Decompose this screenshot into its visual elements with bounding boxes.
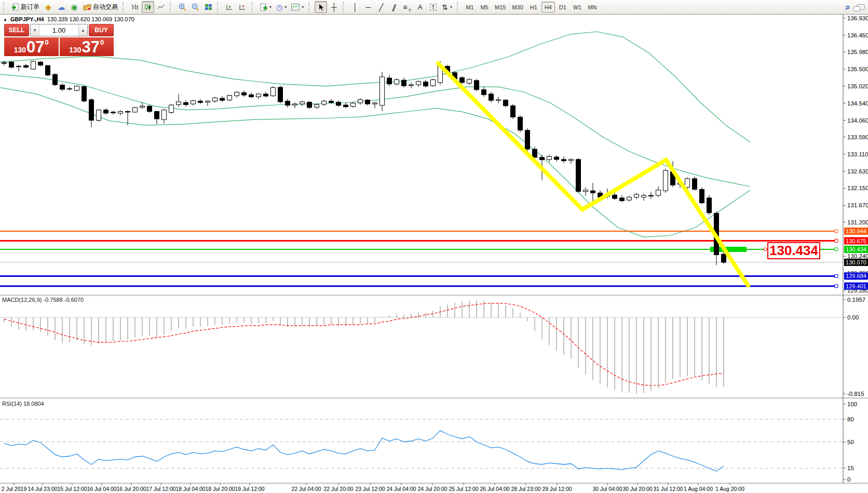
tab-timeframe-m30[interactable]: M30 — [509, 2, 525, 12]
text-tool[interactable]: A — [414, 1, 426, 13]
time-axis-label: 31 Jul 12:00 — [653, 486, 683, 492]
candlestick-chart-button[interactable] — [142, 1, 154, 13]
bollinger-lower-band — [0, 88, 750, 237]
candle-body — [511, 106, 516, 117]
candle-body — [416, 82, 421, 85]
tab-timeframe-w1[interactable]: W1 — [571, 2, 585, 12]
toolbar-grip[interactable] — [123, 2, 126, 12]
trendline-segment-2[interactable] — [582, 160, 666, 210]
horizontal-line-tool[interactable]: ─ — [362, 1, 374, 13]
macd-values: -0.7588 -0.6070 — [43, 297, 84, 303]
toolbar-grip[interactable] — [3, 2, 7, 12]
arrows-tool[interactable]: ⇅ ▾ — [440, 1, 454, 13]
candle-body — [707, 198, 712, 213]
toolbar-grip[interactable] — [343, 2, 346, 12]
macd-indicator-label: MACD(12,26,9) -0.7588 -0.6070 — [2, 297, 84, 303]
chart-canvas[interactable]: 136.930136.450135.980135.500135.020134.5… — [0, 0, 868, 493]
tab-timeframe-h1[interactable]: H1 — [527, 2, 540, 12]
candle-body — [700, 190, 704, 203]
auto-trading-button[interactable]: 自动交易 — [81, 1, 120, 13]
indicators-button[interactable]: ▾ — [257, 1, 274, 13]
data-window-button[interactable]: ☁ — [55, 1, 67, 13]
tab-timeframe-m5[interactable]: M5 — [478, 2, 491, 12]
symbol-title: GBPJPY-,H4 — [10, 16, 44, 22]
price-tick-label: 135.020 — [847, 83, 868, 89]
cursor-icon — [318, 4, 324, 11]
candle-body — [184, 102, 188, 104]
new-order-button[interactable]: 新订单 — [9, 1, 42, 13]
volume-increase-button[interactable]: ▲ — [78, 24, 87, 36]
trendline-segment-1[interactable] — [438, 63, 582, 210]
toolbar-grip[interactable] — [217, 2, 221, 12]
toolbar-grip[interactable] — [170, 2, 173, 12]
collapse-panel-arrow[interactable]: ▲ — [3, 17, 7, 22]
chevron-down-icon: ▾ — [450, 5, 452, 9]
crosshair-tool-button[interactable]: ┼ — [328, 1, 340, 13]
volume-decrease-button[interactable]: ▼ — [31, 24, 39, 36]
horizontal-line-icon: ─ — [365, 4, 371, 11]
candle-body — [569, 159, 574, 161]
tab-timeframe-m1[interactable]: M1 — [463, 2, 477, 12]
tab-timeframe-h4[interactable]: H4 — [541, 2, 555, 12]
tab-timeframe-d1[interactable]: D1 — [556, 2, 569, 12]
fibonacci-tool[interactable]: ≡ F — [401, 1, 413, 13]
volume-input[interactable]: 1.00 — [39, 24, 78, 36]
toolbar-grip[interactable] — [251, 2, 255, 12]
tile-windows-button[interactable] — [202, 1, 214, 13]
periods-button[interactable]: ◷ ▾ — [274, 1, 289, 13]
channel-icon: ∥ — [391, 4, 397, 11]
signals-button[interactable]: ◉ — [68, 1, 80, 13]
toolbar-grip[interactable] — [457, 2, 460, 12]
level-line-handle[interactable] — [835, 230, 838, 233]
candle-body — [380, 77, 385, 105]
template-icon — [291, 4, 300, 10]
candle-body — [387, 78, 392, 84]
chart-shift-icon — [239, 4, 246, 11]
current-price-badge-text: 130.070 — [846, 259, 866, 265]
price-level-badge-text: 130.434 — [846, 246, 866, 252]
sell-price-tile[interactable]: 130 07 0 — [4, 37, 59, 56]
time-axis-label: 24 Jul 20:00 — [417, 486, 447, 492]
buy-price-tile[interactable]: 130 37 0 — [60, 37, 114, 56]
trendline-segment-3[interactable] — [666, 160, 748, 286]
tab-timeframe-mn[interactable]: MN — [585, 2, 599, 12]
candle-body — [264, 94, 268, 96]
candle-body — [525, 130, 530, 149]
vertical-line-tool[interactable]: │ — [349, 1, 361, 13]
chart-autoscroll-button[interactable] — [223, 1, 236, 13]
zoom-out-button[interactable] — [189, 1, 201, 13]
toolbar-grip[interactable] — [308, 2, 312, 12]
chat-button[interactable] — [855, 1, 867, 13]
level-line-handle[interactable] — [835, 274, 838, 277]
price-annotation-label[interactable]: 130.434 — [767, 242, 820, 259]
line-chart-button[interactable] — [155, 1, 167, 13]
tab-timeframe-m15[interactable]: M15 — [492, 2, 508, 12]
market-watch-button[interactable]: ◆ — [42, 1, 55, 13]
templates-button[interactable]: ▾ — [289, 1, 306, 13]
time-axis-label: 1 Aug 20:00 — [715, 486, 744, 492]
candle-body — [242, 92, 247, 95]
level-line-handle[interactable] — [835, 248, 838, 251]
label-anchor-marker[interactable] — [764, 248, 767, 251]
price-level-badge-text: 130.675 — [846, 238, 866, 244]
search-button[interactable]: ⌕ — [842, 1, 854, 13]
cursor-tool-button[interactable] — [315, 1, 327, 13]
label-tool-icon: T — [430, 4, 437, 11]
chat-icon — [857, 4, 865, 10]
channel-tool[interactable]: ∥ — [388, 1, 400, 13]
label-tool[interactable]: T — [427, 1, 439, 13]
chart-shift-button[interactable] — [236, 1, 249, 13]
zoom-in-button[interactable] — [176, 1, 188, 13]
sell-button[interactable]: SELL — [4, 24, 29, 36]
candle-body — [649, 195, 654, 196]
price-tick-label: 136.450 — [847, 32, 868, 38]
trendline-tool[interactable]: ╱ — [375, 1, 387, 13]
bar-chart-button[interactable] — [129, 1, 141, 13]
price-tick-label: 132.630 — [847, 168, 868, 175]
level-line-handle[interactable] — [835, 239, 838, 243]
level-line-handle[interactable] — [835, 285, 838, 288]
clock-icon: ◷ — [276, 4, 282, 11]
candle-body — [293, 104, 297, 105]
buy-button[interactable]: BUY — [89, 24, 114, 36]
time-axis-label: 2 Jul 2019 — [2, 486, 27, 492]
